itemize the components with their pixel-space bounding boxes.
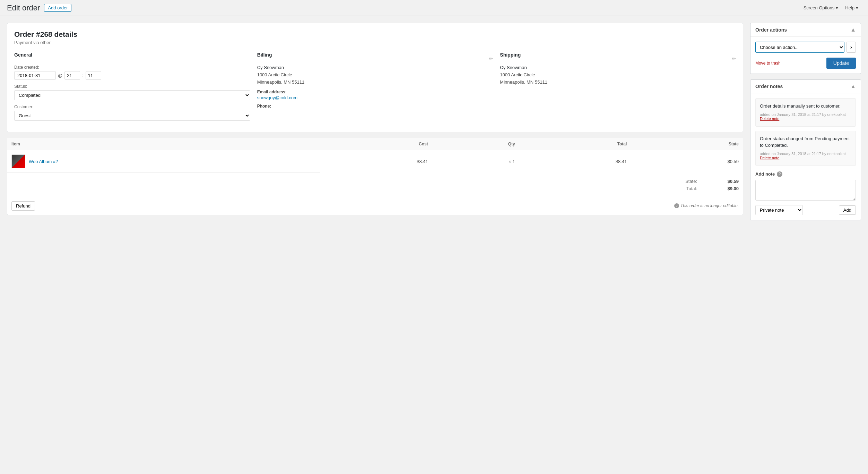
- email-label: Email address:: [257, 90, 493, 94]
- billing-address: 1000 Arctic Circle Minneapolis, MN 55111: [257, 71, 493, 86]
- general-section: General Date created: @ :: [14, 52, 250, 125]
- not-editable-notice: ? This order is no longer editable.: [674, 203, 739, 208]
- action-row: Choose an action... ›: [755, 42, 856, 53]
- not-editable-text: This order is no longer editable.: [680, 203, 739, 208]
- date-label: Date created:: [14, 65, 250, 70]
- billing-section: Billing ✏ Cy Snowman 1000 Arctic Circle …: [257, 52, 493, 125]
- collapse-icon[interactable]: ▲: [850, 27, 856, 33]
- help-button[interactable]: Help ▾: [842, 4, 861, 12]
- order-actions-panel: Order actions ▲ Choose an action... › Mo…: [750, 23, 861, 74]
- billing-edit-icon[interactable]: ✏: [489, 56, 493, 61]
- minute-input[interactable]: [86, 71, 101, 80]
- order-notes-body: Order details manually sent to customer.…: [750, 93, 861, 220]
- items-table: Item Cost Qty Total State Woo Album #2: [7, 138, 743, 173]
- total-label: Total:: [686, 186, 697, 191]
- note-item-1: Order details manually sent to customer.…: [755, 98, 856, 127]
- action-select[interactable]: Choose an action...: [755, 42, 844, 53]
- top-bar-left: Edit order Add order: [7, 3, 71, 12]
- table-row: Woo Album #2 $8.41 × 1 $8.41 $0.59: [7, 150, 743, 173]
- item-cell: Woo Album #2: [7, 150, 320, 173]
- note-type-select[interactable]: Private note Note to customer: [755, 205, 803, 215]
- shipping-edit-icon[interactable]: ✏: [732, 56, 736, 61]
- items-table-header: Item Cost Qty Total State: [7, 138, 743, 150]
- shipping-section: Shipping ✏ Cy Snowman 1000 Arctic Circle…: [500, 52, 736, 125]
- note-textarea[interactable]: [755, 180, 856, 201]
- page-title: Edit order: [7, 3, 40, 12]
- screen-options-button[interactable]: Screen Options ▾: [801, 4, 841, 12]
- help-circle-icon: ?: [674, 203, 679, 208]
- date-field-group: Date created: @ :: [14, 65, 250, 80]
- add-note-button[interactable]: Add: [839, 205, 856, 215]
- note-meta-1: added on January 31, 2018 at 21:17 by on…: [760, 112, 851, 121]
- item-thumbnail: [11, 154, 25, 168]
- top-bar: Edit order Add order Screen Options ▾ He…: [0, 0, 868, 16]
- left-column: Order #268 details Payment via other Gen…: [7, 23, 743, 215]
- order-actions-footer: Move to trash Update: [755, 58, 856, 69]
- add-note-help-icon[interactable]: ?: [777, 171, 782, 177]
- order-actions-title: Order actions: [755, 27, 787, 33]
- total-row: Total: $9.00: [686, 186, 739, 191]
- customer-select[interactable]: Guest: [14, 111, 250, 121]
- col-total: Total: [519, 138, 631, 150]
- general-heading: General: [14, 52, 250, 60]
- totals-section: State: $0.59 Total: $9.00: [7, 173, 743, 197]
- customer-label: Customer:: [14, 104, 250, 109]
- email-link[interactable]: snowguy@cold.com: [257, 95, 298, 100]
- add-order-button[interactable]: Add order: [44, 4, 71, 12]
- items-table-body: Woo Album #2 $8.41 × 1 $8.41 $0.59: [7, 150, 743, 173]
- note-text-1: Order details manually sent to customer.: [760, 103, 851, 110]
- item-total: $8.41: [519, 150, 631, 173]
- at-separator: @: [58, 73, 62, 78]
- shipping-heading: Shipping: [500, 52, 521, 60]
- delete-note-2-link[interactable]: Delete note: [760, 156, 779, 160]
- shipping-header: Shipping ✏: [500, 52, 736, 65]
- right-column: Order actions ▲ Choose an action... › Mo…: [750, 23, 861, 226]
- hour-input[interactable]: [64, 71, 80, 80]
- date-input[interactable]: [14, 71, 56, 80]
- shipping-address: 1000 Arctic Circle Minneapolis, MN 55111: [500, 71, 736, 86]
- status-select[interactable]: Completed: [14, 90, 250, 100]
- delete-note-1-link[interactable]: Delete note: [760, 117, 779, 121]
- chevron-down-icon: ▾: [836, 5, 838, 10]
- order-subtitle: Payment via other: [14, 40, 736, 45]
- order-details-panel: Order #268 details Payment via other Gen…: [7, 23, 743, 132]
- item-qty: × 1: [432, 150, 519, 173]
- col-state: State: [631, 138, 743, 150]
- item-state: $0.59: [631, 150, 743, 173]
- total-value: $9.00: [718, 186, 739, 191]
- date-row: @ :: [14, 71, 250, 80]
- col-cost: Cost: [320, 138, 432, 150]
- order-details-content: Order #268 details Payment via other Gen…: [7, 23, 743, 132]
- move-to-trash-link[interactable]: Move to trash: [755, 61, 781, 66]
- items-panel: Item Cost Qty Total State Woo Album #2: [7, 138, 743, 215]
- items-panel-footer: Refund ? This order is no longer editabl…: [7, 197, 743, 215]
- main-layout: Order #268 details Payment via other Gen…: [0, 16, 868, 233]
- col-qty: Qty: [432, 138, 519, 150]
- order-notes-title: Order notes: [755, 84, 783, 89]
- note-footer: Private note Note to customer Add: [755, 205, 856, 215]
- notes-collapse-icon[interactable]: ▲: [850, 83, 856, 90]
- item-cost: $8.41: [320, 150, 432, 173]
- order-fields: General Date created: @ :: [14, 52, 736, 125]
- phone-label: Phone:: [257, 104, 493, 109]
- order-actions-body: Choose an action... › Move to trash Upda…: [750, 37, 861, 74]
- item-name-link[interactable]: Woo Album #2: [29, 159, 58, 164]
- add-note-section: Add note ? Private note Note to customer…: [755, 171, 856, 215]
- top-bar-right: Screen Options ▾ Help ▾: [801, 4, 861, 12]
- order-notes-header: Order notes ▲: [750, 80, 861, 93]
- col-item: Item: [7, 138, 320, 150]
- add-note-label: Add note ?: [755, 171, 856, 177]
- state-value: $0.59: [718, 179, 739, 184]
- state-label: State:: [685, 179, 697, 184]
- billing-header: Billing ✏: [257, 52, 493, 65]
- note-text-2: Order status changed from Pending paymen…: [760, 135, 851, 149]
- update-button[interactable]: Update: [826, 58, 856, 69]
- billing-name: Cy Snowman: [257, 65, 493, 70]
- status-label: Status:: [14, 84, 250, 89]
- refund-button[interactable]: Refund: [11, 201, 35, 211]
- order-notes-panel: Order notes ▲ Order details manually sen…: [750, 79, 861, 220]
- shipping-name: Cy Snowman: [500, 65, 736, 70]
- action-go-button[interactable]: ›: [847, 42, 856, 53]
- state-row: State: $0.59: [685, 179, 739, 184]
- chevron-down-icon: ▾: [856, 5, 858, 10]
